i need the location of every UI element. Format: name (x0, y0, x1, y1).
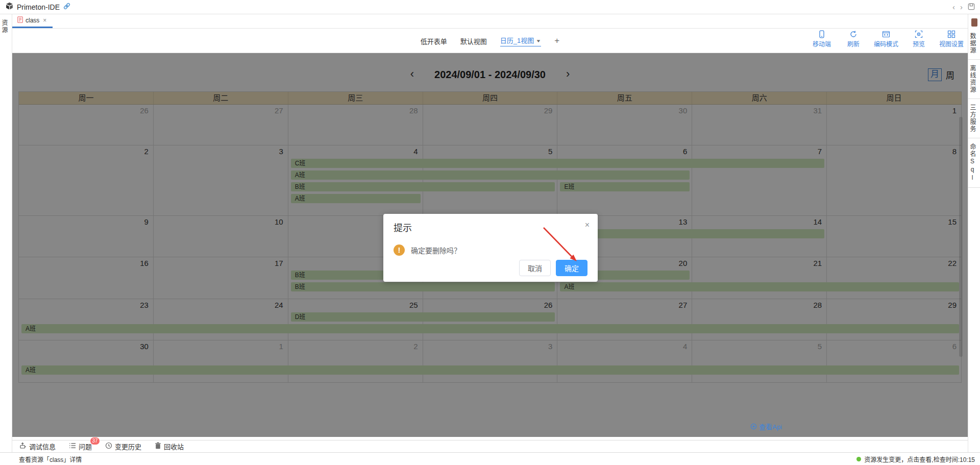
sidebar-item-1[interactable]: 离线资源 (968, 60, 980, 99)
view-tab-1[interactable]: 默认视图 (460, 36, 487, 46)
问题-button[interactable]: 问题37 (69, 442, 92, 451)
视图设置-button[interactable]: 视图设置 (939, 30, 964, 48)
bottom-toolbar: 调试信息问题37变更历史回收站 (12, 440, 968, 452)
chevron-down-icon[interactable]: ▼ (536, 39, 542, 43)
status-left-text: 查看资源「class」详情 (19, 455, 82, 463)
dialog-title: 提示 (394, 221, 412, 234)
dialog-close-icon[interactable]: × (585, 221, 590, 230)
code-mode-icon (882, 30, 890, 38)
tab-class[interactable]: class × (12, 14, 53, 28)
problems-icon (69, 442, 76, 451)
view-api-link[interactable]: 查看Api (750, 422, 782, 431)
toolbar-actions: 移动端刷新编码模式预览视图设置 (811, 30, 964, 48)
sidebar-item-3[interactable]: 命名Sql (968, 138, 980, 188)
view-toolbar: 低开表单默认视图日历_1视图▼+ 移动端刷新编码模式预览视图设置 (12, 29, 968, 53)
status-dot-icon (856, 457, 861, 461)
history-icon (105, 442, 112, 451)
mobile-icon (818, 30, 826, 38)
sidebar-item-2[interactable]: 三方服务 (968, 99, 980, 138)
app-title: Primeton-IDE (17, 3, 60, 11)
left-sidebar: 资源 (0, 14, 12, 452)
save-layout-icon[interactable] (968, 3, 975, 11)
title-bar: Primeton-IDE ‹ › (0, 0, 980, 14)
tab-close-icon[interactable]: × (43, 17, 46, 24)
status-resource-changed[interactable]: 资源发生变更，点击查看,检查时间:10:15 (856, 455, 975, 463)
add-view-button[interactable]: + (554, 36, 559, 46)
debug-icon (19, 442, 27, 451)
trash-icon (155, 442, 161, 451)
right-sidebar: 数据源离线资源三方服务命名Sql (968, 14, 980, 452)
nav-forward-icon[interactable]: › (960, 3, 963, 11)
view-tab-2[interactable]: 日历_1视图▼ (500, 35, 541, 46)
form-doc-icon (17, 16, 23, 25)
sidebar-item-0[interactable]: 数据源 (968, 28, 980, 60)
view-settings-icon (947, 30, 955, 38)
预览-button[interactable]: 预览 (908, 30, 930, 48)
cancel-button[interactable]: 取消 (519, 260, 551, 276)
nav-back-icon[interactable]: ‹ (952, 3, 955, 11)
app-logo-icon (5, 2, 14, 12)
document-tab-bar: class × (12, 14, 968, 29)
confirm-button[interactable]: 确定 (556, 260, 587, 276)
tab-label: class (26, 17, 39, 24)
datasource-icon (971, 18, 977, 27)
view-tab-0[interactable]: 低开表单 (421, 36, 447, 46)
vertical-scrollbar[interactable] (959, 117, 963, 357)
app-window: Primeton-IDE ‹ › 资源 数据源离线资源三方服务命名Sql cla… (0, 0, 980, 465)
warning-icon: ! (394, 244, 405, 256)
calendar-preview: ‹2024/09/01 - 2024/09/30› 月 周 周一周二周三周四周五… (12, 53, 968, 437)
sidebar-item-resources[interactable]: 资源 (0, 14, 12, 39)
移动端-button[interactable]: 移动端 (811, 30, 833, 48)
调试信息-button[interactable]: 调试信息 (19, 442, 56, 451)
main-area: class × 低开表单默认视图日历_1视图▼+ 移动端刷新编码模式预览视图设置… (12, 14, 968, 452)
status-bar: 查看资源「class」详情 资源发生变更，点击查看,检查时间:10:15 (0, 452, 980, 465)
dialog-message: 确定要删除吗？ (411, 245, 461, 255)
refresh-icon (849, 30, 857, 38)
confirm-dialog: 提示 × ! 确定要删除吗？ 取消 确定 (383, 214, 598, 282)
problems-count-badge: 37 (90, 437, 100, 445)
变更历史-button[interactable]: 变更历史 (105, 442, 141, 451)
preview-icon (915, 30, 923, 38)
刷新-button[interactable]: 刷新 (842, 30, 865, 48)
编码模式-button[interactable]: 编码模式 (874, 30, 898, 48)
回收站-button[interactable]: 回收站 (155, 442, 184, 451)
link-icon[interactable] (63, 2, 71, 12)
